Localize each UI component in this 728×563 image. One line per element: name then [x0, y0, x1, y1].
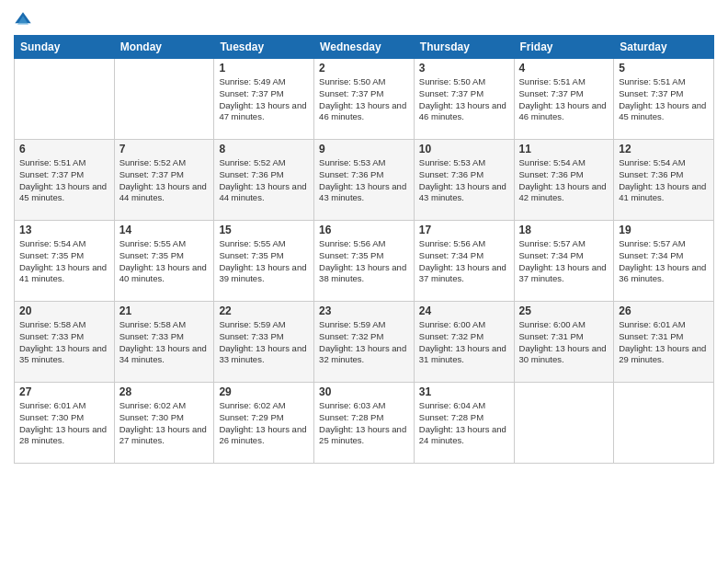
- logo-icon: [14, 11, 32, 29]
- calendar-cell: 1Sunrise: 5:49 AMSunset: 7:37 PMDaylight…: [214, 59, 314, 140]
- day-number: 12: [619, 143, 709, 155]
- day-number: 1: [219, 62, 309, 75]
- col-thursday: Thursday: [414, 36, 514, 59]
- day-number: 15: [219, 224, 309, 236]
- day-number: 24: [419, 304, 509, 317]
- day-number: 9: [319, 143, 409, 155]
- calendar-cell: 3Sunrise: 5:50 AMSunset: 7:37 PMDaylight…: [414, 59, 514, 140]
- col-saturday: Saturday: [614, 36, 714, 59]
- col-wednesday: Wednesday: [314, 36, 415, 59]
- calendar-cell: 5Sunrise: 5:51 AMSunset: 7:37 PMDaylight…: [614, 59, 714, 140]
- day-number: 14: [119, 224, 210, 236]
- day-number: 19: [619, 224, 709, 236]
- day-info: Sunrise: 5:55 AMSunset: 7:35 PMDaylight:…: [119, 238, 210, 285]
- day-info: Sunrise: 5:56 AMSunset: 7:34 PMDaylight:…: [419, 238, 509, 285]
- day-number: 20: [19, 304, 109, 317]
- day-info: Sunrise: 5:52 AMSunset: 7:36 PMDaylight:…: [219, 157, 309, 204]
- day-info: Sunrise: 5:54 AMSunset: 7:35 PMDaylight:…: [19, 238, 109, 285]
- day-info: Sunrise: 6:02 AMSunset: 7:30 PMDaylight:…: [119, 400, 210, 447]
- day-info: Sunrise: 5:49 AMSunset: 7:37 PMDaylight:…: [219, 76, 309, 123]
- day-info: Sunrise: 5:54 AMSunset: 7:36 PMDaylight:…: [619, 157, 709, 204]
- page: Sunday Monday Tuesday Wednesday Thursday…: [0, 0, 728, 563]
- day-info: Sunrise: 5:58 AMSunset: 7:33 PMDaylight:…: [19, 319, 109, 366]
- day-info: Sunrise: 5:50 AMSunset: 7:37 PMDaylight:…: [319, 76, 409, 123]
- calendar-cell: 31Sunrise: 6:04 AMSunset: 7:28 PMDayligh…: [414, 383, 514, 464]
- day-number: 22: [219, 304, 309, 317]
- day-info: Sunrise: 5:57 AMSunset: 7:34 PMDaylight:…: [619, 238, 709, 285]
- day-info: Sunrise: 5:51 AMSunset: 7:37 PMDaylight:…: [619, 76, 709, 123]
- day-info: Sunrise: 6:00 AMSunset: 7:32 PMDaylight:…: [419, 319, 509, 366]
- day-info: Sunrise: 5:54 AMSunset: 7:36 PMDaylight:…: [519, 157, 609, 204]
- calendar-cell: 19Sunrise: 5:57 AMSunset: 7:34 PMDayligh…: [614, 221, 714, 302]
- calendar-cell: 17Sunrise: 5:56 AMSunset: 7:34 PMDayligh…: [414, 221, 514, 302]
- day-number: 31: [419, 385, 509, 398]
- calendar-week-5: 27Sunrise: 6:01 AMSunset: 7:30 PMDayligh…: [15, 383, 714, 464]
- calendar-cell: [114, 59, 214, 140]
- day-number: 27: [19, 385, 109, 398]
- calendar-cell: 12Sunrise: 5:54 AMSunset: 7:36 PMDayligh…: [614, 140, 714, 221]
- calendar-cell: 30Sunrise: 6:03 AMSunset: 7:28 PMDayligh…: [314, 383, 415, 464]
- day-number: 25: [519, 304, 609, 317]
- day-number: 26: [619, 304, 709, 317]
- day-number: 11: [519, 143, 609, 155]
- day-info: Sunrise: 5:53 AMSunset: 7:36 PMDaylight:…: [419, 157, 509, 204]
- calendar-cell: 14Sunrise: 5:55 AMSunset: 7:35 PMDayligh…: [114, 221, 214, 302]
- day-number: 3: [419, 62, 509, 75]
- calendar-cell: 15Sunrise: 5:55 AMSunset: 7:35 PMDayligh…: [214, 221, 314, 302]
- calendar-cell: 23Sunrise: 5:59 AMSunset: 7:32 PMDayligh…: [314, 302, 415, 383]
- day-info: Sunrise: 6:01 AMSunset: 7:31 PMDaylight:…: [619, 319, 709, 366]
- logo: [14, 13, 35, 29]
- calendar-cell: 7Sunrise: 5:52 AMSunset: 7:37 PMDaylight…: [114, 140, 214, 221]
- day-info: Sunrise: 5:58 AMSunset: 7:33 PMDaylight:…: [119, 319, 210, 366]
- calendar-cell: 9Sunrise: 5:53 AMSunset: 7:36 PMDaylight…: [314, 140, 415, 221]
- calendar-cell: [15, 59, 115, 140]
- calendar-week-3: 13Sunrise: 5:54 AMSunset: 7:35 PMDayligh…: [15, 221, 714, 302]
- day-number: 2: [319, 62, 409, 75]
- day-number: 10: [419, 143, 509, 155]
- day-number: 16: [319, 224, 409, 236]
- day-info: Sunrise: 5:52 AMSunset: 7:37 PMDaylight:…: [119, 157, 210, 204]
- day-number: 18: [519, 224, 609, 236]
- calendar-week-4: 20Sunrise: 5:58 AMSunset: 7:33 PMDayligh…: [15, 302, 714, 383]
- day-info: Sunrise: 6:01 AMSunset: 7:30 PMDaylight:…: [19, 400, 109, 447]
- calendar-cell: 22Sunrise: 5:59 AMSunset: 7:33 PMDayligh…: [214, 302, 314, 383]
- col-sunday: Sunday: [15, 36, 115, 59]
- calendar-cell: 24Sunrise: 6:00 AMSunset: 7:32 PMDayligh…: [414, 302, 514, 383]
- day-info: Sunrise: 5:50 AMSunset: 7:37 PMDaylight:…: [419, 76, 509, 123]
- col-friday: Friday: [514, 36, 614, 59]
- calendar-cell: 4Sunrise: 5:51 AMSunset: 7:37 PMDaylight…: [514, 59, 614, 140]
- calendar-week-2: 6Sunrise: 5:51 AMSunset: 7:37 PMDaylight…: [15, 140, 714, 221]
- day-number: 28: [119, 385, 210, 398]
- day-info: Sunrise: 5:59 AMSunset: 7:33 PMDaylight:…: [219, 319, 309, 366]
- calendar-cell: 13Sunrise: 5:54 AMSunset: 7:35 PMDayligh…: [15, 221, 115, 302]
- calendar-header-row: Sunday Monday Tuesday Wednesday Thursday…: [15, 36, 714, 59]
- day-number: 17: [419, 224, 509, 236]
- day-number: 5: [619, 62, 709, 75]
- day-number: 29: [219, 385, 309, 398]
- calendar-cell: 2Sunrise: 5:50 AMSunset: 7:37 PMDaylight…: [314, 59, 415, 140]
- day-info: Sunrise: 5:51 AMSunset: 7:37 PMDaylight:…: [519, 76, 609, 123]
- calendar-cell: 20Sunrise: 5:58 AMSunset: 7:33 PMDayligh…: [15, 302, 115, 383]
- day-info: Sunrise: 6:03 AMSunset: 7:28 PMDaylight:…: [319, 400, 409, 447]
- day-info: Sunrise: 5:59 AMSunset: 7:32 PMDaylight:…: [319, 319, 409, 366]
- calendar-week-1: 1Sunrise: 5:49 AMSunset: 7:37 PMDaylight…: [15, 59, 714, 140]
- calendar-cell: 18Sunrise: 5:57 AMSunset: 7:34 PMDayligh…: [514, 221, 614, 302]
- day-number: 6: [19, 143, 109, 155]
- calendar-cell: 16Sunrise: 5:56 AMSunset: 7:35 PMDayligh…: [314, 221, 415, 302]
- day-number: 8: [219, 143, 309, 155]
- calendar-cell: 11Sunrise: 5:54 AMSunset: 7:36 PMDayligh…: [514, 140, 614, 221]
- calendar-cell: 27Sunrise: 6:01 AMSunset: 7:30 PMDayligh…: [15, 383, 115, 464]
- day-number: 30: [319, 385, 409, 398]
- day-info: Sunrise: 5:53 AMSunset: 7:36 PMDaylight:…: [319, 157, 409, 204]
- day-number: 23: [319, 304, 409, 317]
- day-info: Sunrise: 6:04 AMSunset: 7:28 PMDaylight:…: [419, 400, 509, 447]
- day-number: 13: [19, 224, 109, 236]
- calendar-cell: 25Sunrise: 6:00 AMSunset: 7:31 PMDayligh…: [514, 302, 614, 383]
- day-info: Sunrise: 5:56 AMSunset: 7:35 PMDaylight:…: [319, 238, 409, 285]
- day-number: 21: [119, 304, 210, 317]
- day-number: 4: [519, 62, 609, 75]
- calendar-cell: 28Sunrise: 6:02 AMSunset: 7:30 PMDayligh…: [114, 383, 214, 464]
- header: [14, 9, 714, 29]
- day-info: Sunrise: 5:55 AMSunset: 7:35 PMDaylight:…: [219, 238, 309, 285]
- day-info: Sunrise: 6:02 AMSunset: 7:29 PMDaylight:…: [219, 400, 309, 447]
